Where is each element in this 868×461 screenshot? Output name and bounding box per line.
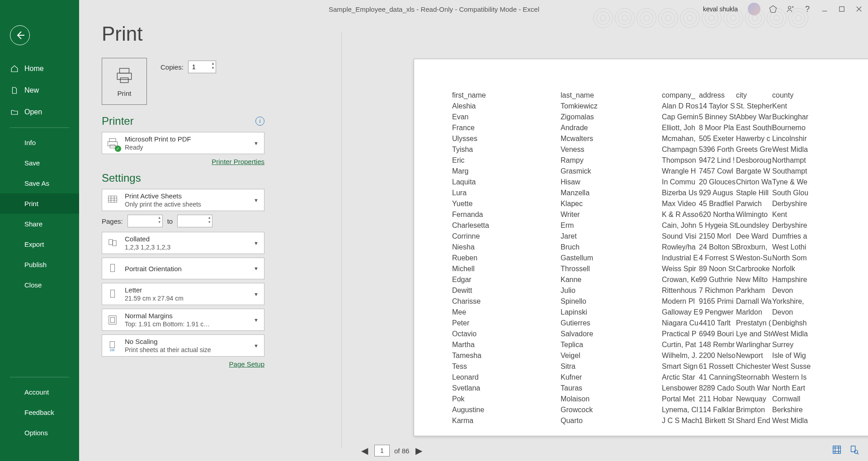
pages-to-input[interactable]: ▲▼	[177, 215, 212, 227]
cell: 2200 Nelso	[699, 350, 736, 361]
spinner-up-icon[interactable]: ▲	[211, 61, 215, 66]
table-row: LeonardKufnerArctic Star41 CanningSteorn…	[452, 372, 841, 383]
cell: 7457 Cowl	[699, 166, 736, 177]
cell: J C S Mach	[662, 415, 699, 426]
sidebar-item-save[interactable]: Save	[0, 153, 79, 173]
printer-info-icon[interactable]: i	[255, 117, 264, 126]
table-row: MichellThrossellWeiss Spir89 Noon StCarb…	[452, 263, 841, 274]
svg-rect-8	[109, 138, 116, 141]
cell: Yorkshire,	[772, 296, 815, 307]
table-row: first_namelast_namecompany_addresscityco…	[452, 90, 841, 101]
cell: Alan D Ros	[662, 101, 699, 112]
cell: Devon	[772, 307, 815, 318]
printer-properties-link[interactable]: Printer Properties	[212, 158, 264, 165]
cell: 5 Hygeia St	[699, 220, 736, 231]
cell: Isle of Wig	[772, 350, 815, 361]
current-page-input[interactable]: 1	[374, 445, 390, 456]
cell: Portal Met	[662, 394, 699, 405]
cell: Pok	[452, 394, 561, 405]
cell: Corrinne	[452, 231, 561, 242]
orientation-selector[interactable]: Portrait Orientation ▼	[102, 258, 264, 279]
show-margins-button[interactable]	[832, 445, 842, 456]
sidebar-item-print[interactable]: Print	[0, 193, 79, 214]
cell: Augustine	[452, 405, 561, 415]
cell: Darnall Wa	[736, 296, 772, 307]
sidebar-item-home[interactable]: Home	[0, 58, 79, 80]
sidebar-label: New	[24, 86, 39, 94]
copies-input[interactable]: 1 ▲▼	[188, 61, 216, 73]
cell: Marg	[452, 166, 561, 177]
table-row: CharisseSpinelloModern Pl9165 PrimiDarna…	[452, 296, 841, 307]
backstage-sidebar: Home New Open Info Save Save As Print Sh…	[0, 0, 79, 461]
sidebar-item-feedback[interactable]: Feedback	[0, 402, 79, 423]
cell: Octavio	[452, 329, 561, 339]
print-button[interactable]: Print	[102, 58, 147, 105]
cell: 929 Augus	[699, 188, 736, 198]
cell: 9 Pengwer	[699, 307, 736, 318]
table-row: UlyssesMcwaltersMcmahan,505 ExeterHawerb…	[452, 133, 841, 144]
sidebar-item-options[interactable]: Options	[0, 423, 79, 443]
cell: Bizerba Us	[662, 188, 699, 198]
cell: 5 Binney St	[699, 112, 736, 122]
table-row: PeterGutierresNiagara Cu4410 TarltPresta…	[452, 318, 841, 329]
cell: Smart Sign	[662, 361, 699, 372]
scaling-selector[interactable]: 100 No ScalingPrint sheets at their actu…	[102, 334, 264, 357]
table-row: RuebenGastellumIndustrial E4 Forrest SWe…	[452, 253, 841, 263]
cell: Prestatyn (	[736, 318, 772, 329]
cell: 5396 Forth	[699, 144, 736, 155]
cell: 7 Richmon	[699, 285, 736, 296]
printer-selector[interactable]: ✓ Microsoft Print to PDF Ready ▼	[102, 132, 264, 154]
sidebar-item-share[interactable]: Share	[0, 214, 79, 234]
cell: Desboroug	[736, 155, 772, 166]
chevron-down-icon: ▼	[252, 317, 260, 323]
scaling-icon: 100	[106, 339, 119, 353]
cell: Martha	[452, 339, 561, 350]
cell: Parwich	[736, 198, 772, 209]
cell: Tomkiewicz	[561, 101, 662, 112]
cell: Michell	[452, 263, 561, 274]
cell: 2150 Morl	[699, 231, 736, 242]
cell: Klapec	[561, 198, 662, 209]
chevron-down-icon: ▼	[252, 343, 260, 348]
collation-selector[interactable]: Collated1,2,3 1,2,3 1,2,3 ▼	[102, 232, 264, 254]
table-row: SvetlanaTaurasLensbower8289 CadoSouth Wa…	[452, 383, 841, 394]
copies-label: Copies:	[160, 63, 184, 71]
cell: Peter	[452, 318, 561, 329]
sidebar-item-account[interactable]: Account	[0, 382, 79, 402]
cell: city	[736, 90, 772, 101]
next-page-button[interactable]: ▶	[414, 445, 424, 456]
sidebar-item-close[interactable]: Close	[0, 275, 79, 295]
spinner-down-icon[interactable]: ▼	[211, 66, 215, 71]
print-what-selector[interactable]: Print Active SheetsOnly print the active…	[102, 189, 264, 211]
page-setup-link[interactable]: Page Setup	[229, 360, 264, 368]
paper-icon	[106, 287, 119, 301]
cell: Carbrooke	[736, 263, 772, 274]
cell: East Southb	[736, 122, 772, 133]
settings-column: Print Copies: 1 ▲▼ Printer i ✓ Microsoft…	[102, 58, 264, 374]
sidebar-item-export[interactable]: Export	[0, 234, 79, 254]
sidebar-item-info[interactable]: Info	[0, 132, 79, 153]
cell: 9165 Primi	[699, 296, 736, 307]
cell: Cap Gemin	[662, 112, 699, 122]
svg-line-31	[857, 453, 859, 454]
margins-selector[interactable]: Normal MarginsTop: 1.91 cm Bottom: 1.91 …	[102, 309, 264, 331]
sidebar-item-new[interactable]: New	[0, 80, 79, 101]
svg-rect-9	[108, 141, 118, 146]
prev-page-button[interactable]: ◀	[359, 445, 370, 456]
sidebar-separator	[10, 127, 69, 128]
back-button[interactable]	[10, 25, 30, 45]
cell: Thompson	[662, 155, 699, 166]
cell: 24 Bolton S	[699, 242, 736, 253]
zoom-to-page-button[interactable]	[849, 445, 859, 456]
sidebar-item-publish[interactable]: Publish	[0, 254, 79, 275]
sidebar-item-open[interactable]: Open	[0, 101, 79, 123]
pages-from-input[interactable]: ▲▼	[127, 215, 163, 227]
cell: Leonard	[452, 372, 561, 383]
sidebar-separator	[10, 377, 69, 377]
cell: Mcmahan,	[662, 133, 699, 144]
cell: address	[699, 90, 736, 101]
sidebar-item-saveas[interactable]: Save As	[0, 173, 79, 193]
paper-size-selector[interactable]: Letter21.59 cm x 27.94 cm ▼	[102, 283, 264, 305]
cell: Chirton Wa	[736, 177, 772, 188]
cell: Rittenhous	[662, 285, 699, 296]
